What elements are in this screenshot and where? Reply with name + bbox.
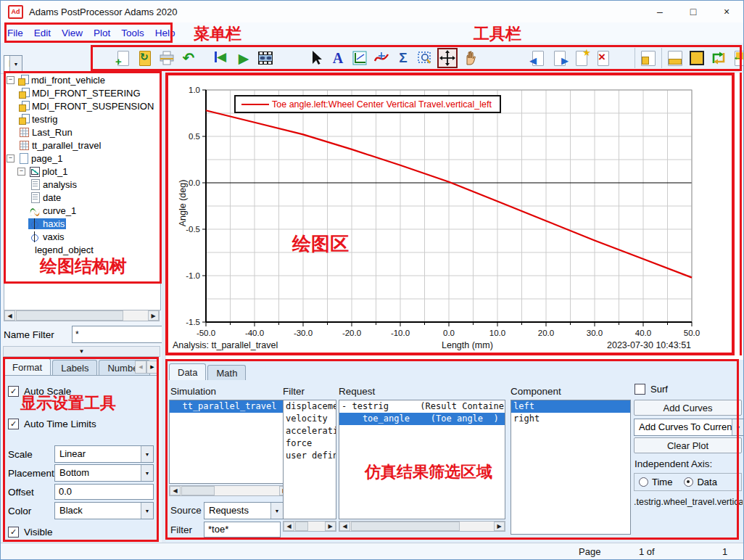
- simulation-scrollbar[interactable]: ◀ ▶: [169, 485, 291, 496]
- move-icon[interactable]: [437, 48, 458, 68]
- expander-icon[interactable]: −: [7, 155, 15, 162]
- maximize-button[interactable]: □: [677, 1, 710, 22]
- tree-item-MDI_FRONT_SUSPENSION[interactable]: MDI_FRONT_SUSPENSION: [4, 99, 160, 112]
- tree-item-legend_object[interactable]: legend_object: [4, 243, 160, 256]
- scrollbar-thumb[interactable]: [181, 486, 215, 495]
- filter-item[interactable]: user defined: [284, 450, 336, 462]
- clear-plot-button[interactable]: Clear Plot: [634, 437, 742, 453]
- tree-item-tt_parallel_travel[interactable]: tt_parallel_travel: [4, 139, 160, 152]
- scroll-right-icon[interactable]: ▶: [494, 522, 505, 531]
- request-item[interactable]: toe_angle (Toe angle ): [339, 413, 505, 425]
- scroll-left-icon[interactable]: ◀: [170, 486, 181, 495]
- tab-labels[interactable]: Labels: [52, 360, 97, 375]
- tree-item-curve_1[interactable]: curve_1: [4, 204, 160, 217]
- play-icon[interactable]: ▶: [234, 49, 253, 67]
- next-page-icon[interactable]: ▶: [550, 49, 569, 67]
- request-item[interactable]: - testrig (Result Container: [339, 400, 505, 413]
- new-page-icon[interactable]: ★: [572, 49, 591, 67]
- new-file-icon[interactable]: +: [114, 49, 133, 67]
- placement-select[interactable]: Bottom▼: [54, 464, 154, 482]
- tab-format[interactable]: Format: [4, 358, 51, 375]
- expander-icon[interactable]: −: [7, 76, 15, 84]
- plot-canvas[interactable]: -50.0-40.0-30.0-20.0-10.00.010.020.030.0…: [166, 73, 744, 360]
- menu-help[interactable]: Help: [155, 28, 175, 38]
- tree-item-testrig[interactable]: testrig: [4, 112, 160, 125]
- filter-item[interactable]: velocity: [284, 413, 336, 425]
- tab-data[interactable]: Data: [169, 363, 206, 380]
- tree-item-Last_Run[interactable]: Last_Run: [4, 125, 160, 139]
- tree-item-page_1[interactable]: −page_1: [4, 152, 160, 165]
- menu-tools[interactable]: Tools: [121, 28, 144, 38]
- color-select[interactable]: Black▼: [54, 502, 154, 519]
- text-icon[interactable]: A: [328, 49, 347, 67]
- reload-icon[interactable]: ↻: [136, 49, 154, 67]
- add-curves-button[interactable]: Add Curves: [634, 400, 742, 416]
- scroll-left-icon[interactable]: ◀: [284, 522, 294, 531]
- scroll-right-icon[interactable]: ▶: [325, 522, 336, 531]
- delete-page-icon[interactable]: ×: [594, 49, 613, 67]
- layout-corner-icon[interactable]: [639, 49, 658, 67]
- auto-scale-checkbox[interactable]: ✓ Auto Scale: [8, 386, 154, 397]
- animation-icon[interactable]: [256, 49, 275, 67]
- visible-checkbox[interactable]: ✓ Visible: [8, 527, 154, 538]
- menu-edit[interactable]: Edit: [34, 28, 51, 38]
- menu-plot[interactable]: Plot: [94, 28, 110, 38]
- scroll-left-icon[interactable]: ◀: [4, 310, 15, 321]
- component-item[interactable]: right: [511, 413, 630, 425]
- tab-scroll-right-icon[interactable]: ▶: [146, 361, 158, 374]
- data-radio[interactable]: Data: [684, 477, 716, 487]
- component-item[interactable]: left: [511, 400, 630, 413]
- filter-item[interactable]: acceleration: [284, 425, 336, 437]
- tree-horizontal-scrollbar[interactable]: ◀ ▶: [4, 310, 160, 321]
- request-list[interactable]: - testrig (Result Container toe_angle (T…: [339, 400, 505, 519]
- request-scrollbar[interactable]: ◀ ▶: [339, 521, 505, 532]
- collapse-panel-button[interactable]: ▼: [3, 346, 160, 357]
- close-button[interactable]: ×: [710, 1, 743, 22]
- swap-axes-icon[interactable]: [709, 49, 728, 67]
- prev-page-icon[interactable]: ◀: [529, 49, 547, 67]
- import-page-icon[interactable]: ←: [731, 49, 744, 67]
- curve-edit-icon[interactable]: [372, 49, 391, 67]
- mode-select[interactable]: Plotting▼: [4, 55, 22, 73]
- tree-item-vaxis[interactable]: vaxis: [4, 230, 160, 243]
- undo-icon[interactable]: ↶: [179, 49, 198, 67]
- menu-file[interactable]: File: [7, 28, 23, 38]
- tree-item-plot_1[interactable]: −plot_1: [4, 165, 160, 178]
- filter-item[interactable]: force: [284, 437, 336, 450]
- scrollbar-thumb[interactable]: [16, 310, 123, 321]
- skip-to-start-icon[interactable]: ◀: [212, 49, 231, 67]
- minimize-button[interactable]: –: [643, 1, 677, 22]
- tree-item-analysis[interactable]: analysis: [4, 178, 160, 191]
- offset-input[interactable]: 0.0: [54, 484, 154, 500]
- tree-item-MDI_FRONT_STEERING[interactable]: MDI_FRONT_STEERING: [4, 86, 160, 99]
- tab-math[interactable]: Math: [207, 365, 246, 380]
- filter-input[interactable]: [204, 522, 281, 538]
- tree-item-mdi_front_vehicle[interactable]: −mdi_front_vehicle: [4, 73, 160, 86]
- sigma-icon[interactable]: Σ: [394, 49, 413, 67]
- source-select[interactable]: Requests▼: [204, 502, 284, 519]
- filter-item[interactable]: displacement: [284, 400, 336, 413]
- simulation-list[interactable]: tt_parallel_travel: [169, 400, 291, 484]
- scrollbar-thumb[interactable]: [295, 522, 308, 531]
- zoom-area-icon[interactable]: [416, 49, 434, 67]
- layout-full-icon[interactable]: [687, 49, 706, 67]
- filter-scrollbar[interactable]: ◀ ▶: [283, 521, 336, 532]
- tab-scroll-left-icon[interactable]: ◀: [135, 361, 146, 374]
- layout-bottom-icon[interactable]: [666, 49, 685, 67]
- cursor-icon[interactable]: [307, 49, 326, 67]
- name-filter-input[interactable]: [72, 326, 165, 343]
- tree-item-haxis[interactable]: haxis: [4, 217, 160, 230]
- scroll-right-icon[interactable]: ▶: [148, 310, 159, 321]
- plot-axes-icon[interactable]: [350, 49, 369, 67]
- add-mode-select[interactable]: Add Curves To Current Plot▼: [634, 419, 744, 436]
- surf-checkbox[interactable]: Surf: [635, 384, 668, 395]
- menu-view[interactable]: View: [62, 28, 83, 38]
- print-icon[interactable]: [157, 49, 176, 67]
- scale-select[interactable]: Linear▼: [54, 445, 154, 463]
- scrollbar-thumb[interactable]: [351, 522, 460, 531]
- component-list[interactable]: leftright: [511, 400, 631, 535]
- tree-item-date[interactable]: date: [4, 191, 160, 204]
- simulation-item[interactable]: tt_parallel_travel: [170, 400, 290, 413]
- auto-time-limits-checkbox[interactable]: ✓ Auto Time Limits: [8, 419, 154, 429]
- filter-list[interactable]: displacementvelocityaccelerationforceuse…: [283, 400, 336, 519]
